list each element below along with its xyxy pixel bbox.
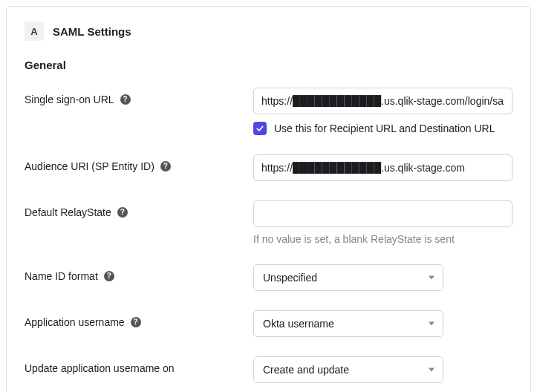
label-relay-state: Default RelayState ? (25, 200, 253, 218)
section-title-general: General (25, 59, 512, 71)
label-sso-url: Single sign-on URL ? (25, 88, 253, 105)
relay-state-input[interactable] (253, 200, 512, 227)
select-value: Create and update (263, 364, 349, 376)
row-audience-uri: Audience URI (SP Entity ID) ? (25, 154, 512, 181)
help-icon[interactable]: ? (160, 161, 171, 172)
label-name-id-format: Name ID format ? (25, 264, 253, 282)
checkbox-label: Use this for Recipient URL and Destinati… (274, 122, 495, 134)
help-icon[interactable]: ? (117, 207, 128, 218)
checkbox-checked-icon (253, 122, 267, 135)
label-audience-uri: Audience URI (SP Entity ID) ? (25, 154, 253, 172)
label-text: Audience URI (SP Entity ID) (25, 160, 154, 172)
app-username-select[interactable]: Okta username (253, 310, 443, 337)
help-icon[interactable]: ? (131, 317, 141, 327)
panel-title: SAML Settings (53, 25, 131, 38)
recipient-url-checkbox-row[interactable]: Use this for Recipient URL and Destinati… (253, 122, 512, 135)
label-text: Application username (25, 316, 125, 328)
label-text: Default RelayState (25, 206, 111, 218)
help-icon[interactable]: ? (120, 94, 131, 105)
update-username-on-select[interactable]: Create and update (253, 356, 443, 383)
relay-state-helper: If no value is set, a blank RelayState i… (253, 233, 512, 245)
label-app-username: Application username ? (25, 310, 253, 328)
row-relay-state: Default RelayState ? If no value is set,… (25, 200, 512, 245)
row-update-username-on: Update application username on Create an… (25, 356, 512, 383)
label-update-username-on: Update application username on (25, 356, 253, 374)
name-id-format-select[interactable]: Unspecified (253, 264, 443, 291)
row-name-id-format: Name ID format ? Unspecified (25, 264, 512, 291)
panel-header: A SAML Settings (25, 22, 512, 41)
sso-url-input[interactable] (253, 88, 512, 114)
label-text: Update application username on (25, 362, 175, 374)
label-text: Single sign-on URL (25, 94, 114, 105)
select-value: Unspecified (263, 272, 317, 284)
label-text: Name ID format (25, 270, 98, 282)
audience-uri-input[interactable] (253, 154, 512, 181)
saml-settings-panel: A SAML Settings General Single sign-on U… (6, 6, 531, 392)
row-app-username: Application username ? Okta username (25, 310, 512, 337)
section-badge: A (25, 22, 44, 41)
row-sso-url: Single sign-on URL ? Use this for Recipi… (25, 88, 512, 135)
help-icon[interactable]: ? (104, 271, 114, 281)
select-value: Okta username (263, 318, 334, 330)
